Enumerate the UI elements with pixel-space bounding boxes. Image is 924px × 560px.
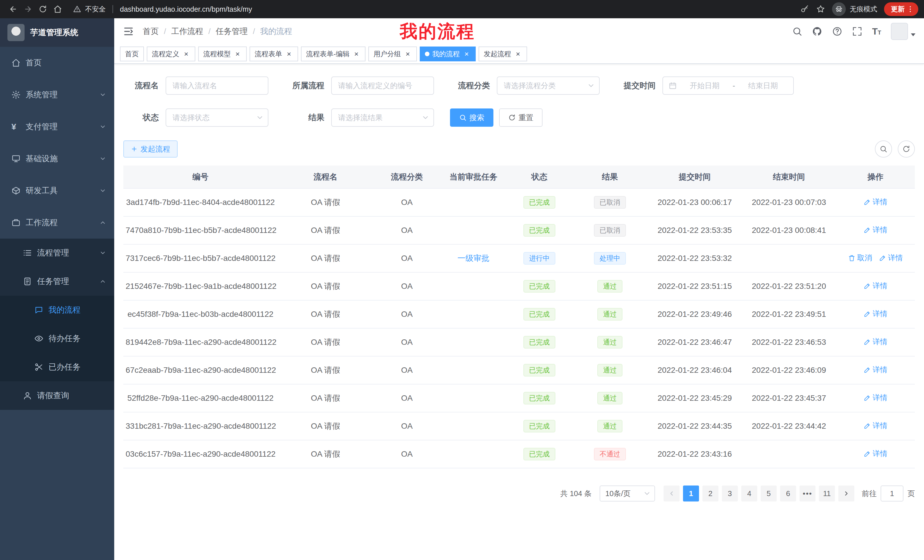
breadcrumb-item[interactable]: 首页 [143, 26, 159, 37]
detail-link[interactable]: 详情 [864, 337, 888, 347]
help-icon[interactable] [832, 26, 842, 36]
toggle-search-button[interactable] [875, 141, 892, 157]
breadcrumb-item[interactable]: 工作流程 [171, 26, 203, 37]
date-start-placeholder: 开始日期 [680, 81, 729, 91]
sidebar-item-todo-tasks[interactable]: 待办任务 [0, 324, 114, 353]
create-process-button[interactable]: 发起流程 [123, 141, 178, 157]
tab-close-icon[interactable]: × [285, 50, 293, 58]
more-pages-icon[interactable]: ••• [800, 485, 816, 502]
page-size-select[interactable]: 10条/页 [600, 485, 655, 502]
page-button-6[interactable]: 6 [780, 485, 796, 502]
page-button-1[interactable]: 1 [683, 485, 699, 502]
chevron-up-icon [99, 219, 106, 226]
tab-close-icon[interactable]: × [514, 50, 522, 58]
breadcrumb-item[interactable]: 任务管理 [216, 26, 248, 37]
sidebar-toggle-icon[interactable] [123, 26, 134, 37]
parent-process-input[interactable] [331, 76, 434, 95]
search-button-icon [459, 114, 466, 121]
pagination-goto: 前往页 [862, 485, 915, 502]
github-icon[interactable] [812, 26, 822, 36]
user-avatar[interactable] [891, 23, 908, 40]
table-row: 7317cec6-7b9b-11ec-b5b7-acde48001122OA 请… [123, 244, 915, 272]
page-button-4[interactable]: 4 [741, 485, 757, 502]
cell-submit-time: 2022-01-23 00:06:17 [648, 189, 742, 216]
tab-close-icon[interactable]: × [404, 50, 412, 58]
tab-close-icon[interactable]: × [182, 50, 190, 58]
browser-back-icon[interactable] [6, 2, 21, 16]
password-key-icon[interactable] [800, 4, 809, 14]
font-size-icon[interactable]: TT [872, 27, 881, 36]
page-size-value: 10条/页 [605, 489, 630, 499]
tab-process-model[interactable]: 流程模型× [198, 46, 247, 61]
page-button-11[interactable]: 11 [819, 485, 835, 502]
sidebar-item-my-process[interactable]: 我的流程 [0, 296, 114, 324]
user-icon [23, 391, 32, 400]
logo[interactable]: 芋道管理系统 [0, 18, 114, 47]
detail-link[interactable]: 详情 [864, 393, 888, 403]
sidebar-item-home[interactable]: 首页 [0, 47, 114, 79]
browser-update-button[interactable]: 更新 [884, 2, 918, 16]
tab-my-process[interactable]: 我的流程× [420, 46, 476, 61]
detail-link[interactable]: 详情 [864, 365, 888, 375]
status-select[interactable] [166, 108, 268, 127]
tab-user-group[interactable]: 用户分组× [368, 46, 417, 61]
refresh-table-button[interactable] [898, 141, 915, 157]
chevron-down-icon [643, 490, 651, 497]
detail-link[interactable]: 详情 [864, 281, 888, 291]
sidebar-item-payment-mgmt[interactable]: ¥支付管理 [0, 111, 114, 143]
tab-close-icon[interactable]: × [463, 50, 471, 58]
detail-link[interactable]: 详情 [864, 309, 888, 319]
result-tag: 通过 [597, 420, 622, 433]
page-button-2[interactable]: 2 [702, 485, 718, 502]
url-text[interactable]: dashboard.yudao.iocoder.cn/bpm/task/my [120, 5, 252, 13]
security-warning-icon[interactable] [73, 5, 81, 13]
search-button[interactable]: 搜索 [450, 108, 494, 127]
search-icon[interactable] [792, 26, 802, 36]
browser-menu-kebab-icon[interactable] [906, 5, 914, 13]
page-button-5[interactable]: 5 [760, 485, 777, 502]
filter-label-result: 结果 [284, 112, 324, 123]
tab-close-icon[interactable]: × [234, 50, 242, 58]
avatar-caret-icon[interactable] [911, 33, 915, 36]
sidebar-item-process-mgmt[interactable]: 流程管理 [0, 239, 114, 267]
page-button-3[interactable]: 3 [722, 485, 738, 502]
sidebar-item-task-mgmt[interactable]: 任务管理 [0, 267, 114, 296]
browser-home-icon[interactable] [50, 2, 65, 16]
process-category-select[interactable] [497, 76, 600, 95]
sidebar-item-done-tasks[interactable]: 已办任务 [0, 353, 114, 381]
cell-current-task: 一级审批 [440, 244, 507, 272]
submit-time-daterange[interactable]: 开始日期-结束日期 [663, 76, 794, 95]
reset-button[interactable]: 重置 [499, 108, 543, 127]
tab-process-form[interactable]: 流程表单× [249, 46, 298, 61]
detail-link[interactable]: 详情 [864, 449, 888, 459]
tab-close-icon[interactable]: × [352, 50, 360, 58]
bookmark-star-icon[interactable] [816, 4, 825, 14]
user-menu[interactable] [891, 23, 915, 40]
prev-page-button[interactable] [664, 485, 680, 502]
tab-home[interactable]: 首页 [120, 46, 144, 61]
sidebar-item-system-mgmt[interactable]: 系统管理 [0, 79, 114, 111]
tab-process-form-edit[interactable]: 流程表单-编辑× [301, 46, 366, 61]
detail-link[interactable]: 详情 [879, 253, 903, 263]
process-name-input[interactable] [166, 76, 268, 95]
current-task-link[interactable]: 一级审批 [458, 254, 489, 263]
cell-actions: 详情 [836, 440, 915, 468]
browser-forward-icon[interactable] [21, 2, 35, 16]
result-select[interactable] [331, 108, 434, 127]
detail-link[interactable]: 详情 [864, 197, 888, 207]
sidebar-item-workflow[interactable]: 工作流程 [0, 207, 114, 239]
cancel-link[interactable]: 取消 [848, 253, 872, 263]
goto-page-input[interactable] [880, 485, 903, 502]
fullscreen-icon[interactable] [852, 26, 862, 36]
sidebar-item-leave-query[interactable]: 请假查询 [0, 381, 114, 410]
address-bar[interactable]: 不安全 dashboard.yudao.iocoder.cn/bpm/task/… [73, 4, 800, 14]
tab-start-process[interactable]: 发起流程× [478, 46, 527, 61]
detail-link[interactable]: 详情 [864, 225, 888, 235]
cell-process-name: OA 请假 [278, 384, 374, 412]
tab-process-definition[interactable]: 流程定义× [147, 46, 195, 61]
next-page-button[interactable] [838, 485, 854, 502]
detail-link[interactable]: 详情 [864, 421, 888, 431]
browser-reload-icon[interactable] [35, 2, 50, 16]
sidebar-item-infrastructure[interactable]: 基础设施 [0, 143, 114, 175]
sidebar-item-dev-tools[interactable]: 研发工具 [0, 175, 114, 207]
